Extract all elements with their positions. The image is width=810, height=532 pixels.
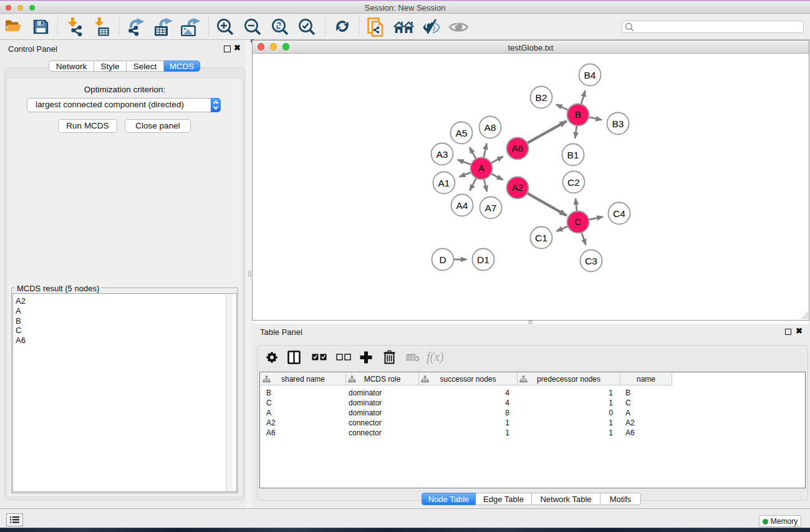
svg-text:C3: C3 [585,256,597,266]
svg-text:A7: A7 [485,203,497,213]
svg-text:D: D [439,254,446,265]
svg-text:C4: C4 [613,208,625,219]
svg-text:A5: A5 [456,128,468,138]
svg-text:A8: A8 [485,122,496,133]
svg-text:A2: A2 [512,182,523,193]
svg-text:B1: B1 [567,150,579,160]
svg-text:D1: D1 [477,254,489,265]
svg-text:A6: A6 [512,143,523,153]
svg-text:B4: B4 [584,70,596,80]
svg-text:B: B [575,109,581,120]
svg-text:A1: A1 [438,178,450,188]
svg-text:C: C [575,216,582,227]
svg-text:C2: C2 [567,177,580,188]
svg-text:A3: A3 [436,149,448,160]
svg-text:B3: B3 [612,118,624,129]
svg-text:B2: B2 [536,92,547,103]
svg-text:A4: A4 [456,200,468,211]
svg-text:C1: C1 [535,233,547,243]
svg-text:A: A [478,163,485,173]
